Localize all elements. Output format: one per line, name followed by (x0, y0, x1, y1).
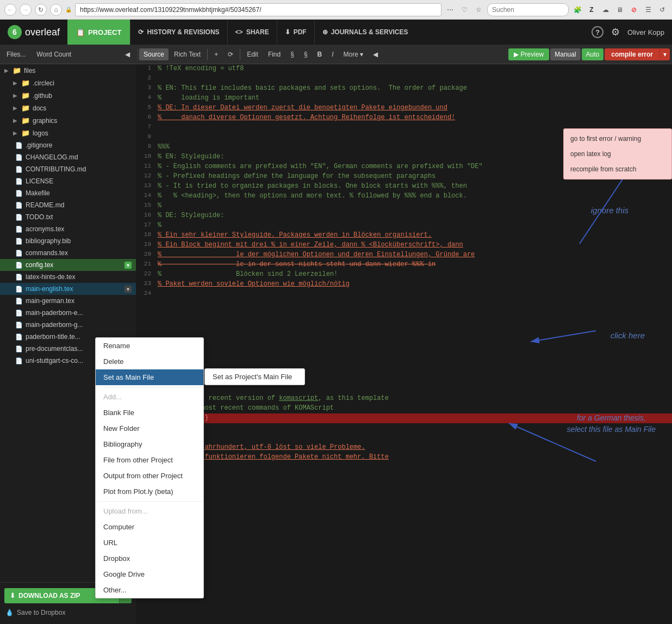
ctx-dropbox[interactable]: Dropbox (96, 551, 203, 566)
find-button[interactable]: Find (264, 48, 285, 60)
ctx-google-drive[interactable]: Google Drive (96, 566, 203, 582)
ctx-computer[interactable]: Computer (96, 519, 203, 535)
sidebar-item-latex-hints[interactable]: 📄 latex-hints-de.tex (0, 271, 136, 283)
settings-button[interactable]: ⚙ (611, 26, 620, 38)
ctx-set-projects-main-file[interactable]: Set as Project's Main File (205, 369, 304, 385)
forward-button[interactable]: → (20, 4, 32, 16)
more-button[interactable]: More ▾ (339, 48, 368, 60)
word-count-button[interactable]: Word Count (32, 48, 76, 60)
home-button[interactable]: ⌂ (50, 4, 62, 16)
ctx-blank-file[interactable]: Blank File (96, 405, 203, 421)
ctx-plot-from-plotly[interactable]: Plot from Plot.ly (beta) (96, 484, 203, 499)
sidebar-item-logos[interactable]: ▶ 📁 logos (0, 127, 136, 139)
sidebar-item-docs[interactable]: ▶ 📁 docs (0, 102, 136, 114)
italic-button[interactable]: I (327, 48, 338, 60)
file-icon: 📄 (15, 154, 23, 161)
app-header: 6 overleaf 📋 PROJECT ⟳ HISTORY & REVISIO… (0, 20, 672, 45)
sidebar-item-changelog[interactable]: 📄 CHANGELOG.md (0, 151, 136, 163)
code-line: 4 % loading is important (136, 94, 672, 103)
ctx-output-from-other[interactable]: Output from other Project (96, 468, 203, 484)
sidebar-item-bibliography[interactable]: 📄 bibliography.bib (0, 235, 136, 247)
ctx-bibliography[interactable]: Bibliography (96, 436, 203, 452)
files-button[interactable]: Files... (2, 48, 30, 60)
search-bar[interactable] (487, 3, 569, 16)
ctx-rename[interactable]: Rename (96, 338, 203, 354)
line-content: % Ein Block beginnt mit drei % in einer … (155, 240, 672, 250)
sidebar-item-commands[interactable]: 📄 commands.tex (0, 247, 136, 259)
ctx-file-from-other[interactable]: File from other Project (96, 452, 203, 468)
address-bar[interactable] (75, 3, 441, 16)
code-line: 35 % ...red for recent version of komasc… (136, 394, 672, 404)
sidebar-item-makefile[interactable]: 📄 Makefile (0, 187, 136, 199)
sidebar-item-todo[interactable]: 📄 TODO.txt (0, 211, 136, 223)
share-label: SHARE (246, 28, 269, 36)
journals-icon: ⊕ (322, 28, 328, 36)
line-content: % le der möglichen Optionen und deren Ei… (155, 250, 672, 260)
sidebar-item-circleci[interactable]: ▶ 📁 .circleci (0, 77, 136, 89)
collapse-sidebar-button[interactable]: ◀ (121, 48, 134, 60)
line-number: 17 (136, 221, 155, 231)
history-editor-button[interactable]: ⟳ (223, 48, 238, 60)
journals-button[interactable]: ⊕ JOURNALS & SERVICES (314, 20, 416, 45)
line-number: 15 (136, 201, 155, 211)
line-number: 23 (136, 280, 155, 289)
ctx-add: Add... (96, 389, 203, 405)
bold-button[interactable]: B (313, 48, 327, 60)
bookmark-icon[interactable]: ♡ (459, 4, 470, 15)
project-button[interactable]: 📋 PROJECT (67, 20, 130, 45)
line-content: % DE: Styleguide: (155, 211, 672, 221)
sidebar-item-github[interactable]: ▶ 📁 .github (0, 89, 136, 102)
sidebar-item-readme[interactable]: 📄 README.md (0, 199, 136, 211)
sidebar-item-gitignore[interactable]: 📄 .gitignore (0, 139, 136, 151)
go-to-first-error-item[interactable]: go to first error / warning (564, 131, 671, 146)
source-button[interactable]: Source (139, 48, 169, 60)
manual-button[interactable]: Manual (550, 48, 580, 60)
folder-icon: 📁 (13, 66, 21, 75)
file-dropdown-icon[interactable]: ▾ (125, 262, 132, 269)
sidebar-item-license[interactable]: 📄 LICENSE (0, 175, 136, 187)
rich-text-button[interactable]: Rich Text (170, 48, 205, 60)
reload-button[interactable]: ↻ (35, 4, 47, 16)
edit-button[interactable]: Edit (242, 48, 263, 60)
file-item-label: logos (33, 129, 132, 137)
add-button[interactable]: + (210, 48, 222, 60)
sidebar-item-main-paderborn-e[interactable]: 📄 main-paderborn-e... (0, 307, 136, 319)
preview-button[interactable]: ▶ Preview (508, 48, 550, 60)
ctx-set-main-file[interactable]: Set as Main File Set as Project's Main F… (96, 369, 203, 385)
ctx-new-folder[interactable]: New Folder (96, 421, 203, 436)
back-button[interactable]: ← (4, 4, 16, 16)
arrow-left-button[interactable]: ◀ (369, 48, 382, 60)
section-button[interactable]: § (286, 48, 298, 60)
recompile-from-scratch-item[interactable]: recompile from scratch (564, 162, 671, 177)
file-dropdown-icon[interactable]: ▾ (125, 286, 132, 293)
compile-dropdown-button[interactable]: ▾ (659, 48, 670, 60)
sidebar-item-main-german[interactable]: 📄 main-german.tex (0, 295, 136, 307)
share-button[interactable]: <> SHARE (227, 20, 277, 45)
section2-button[interactable]: § (300, 48, 312, 60)
compile-error-button[interactable]: compile error (605, 48, 659, 60)
file-item-label: .gitignore (26, 141, 132, 149)
ctx-separator-2 (96, 501, 203, 502)
star-icon[interactable]: ☆ (473, 4, 484, 15)
folder-icon: 📁 (21, 116, 30, 125)
auto-button[interactable]: Auto (582, 48, 604, 60)
sidebar-item-contributing[interactable]: 📄 CONTRIBUTING.md (0, 163, 136, 175)
pdf-button[interactable]: ⬇ PDF (277, 20, 314, 45)
open-latex-log-item[interactable]: open latex log (564, 146, 671, 162)
dropbox-button[interactable]: 💧 Save to Dropbox (4, 607, 132, 619)
line-content: % DE: In dieser Datei werden zuerst die … (155, 103, 672, 113)
sidebar-item-main-english[interactable]: 📄 main-english.tex ▾ (0, 283, 136, 295)
history-button[interactable]: ⟳ HISTORY & REVISIONS (130, 20, 227, 45)
sidebar-item-config[interactable]: 📄 config.tex ▾ (0, 259, 136, 271)
sidebar-item-main-paderborn-g[interactable]: 📄 main-paderborn-g... (0, 319, 136, 331)
ctx-set-main-file-label: Set as Main File (103, 373, 154, 381)
sidebar-item-files[interactable]: ▶ 📁 files (0, 64, 136, 77)
ctx-other[interactable]: Other... (96, 582, 203, 598)
help-button[interactable]: ? (592, 26, 603, 38)
code-line: 21 % le in der sonst nichts steht und da… (136, 260, 672, 270)
ctx-delete[interactable]: Delete (96, 354, 203, 369)
more-icon[interactable]: ⋯ (445, 4, 456, 15)
sidebar-item-acronyms[interactable]: 📄 acronyms.tex (0, 223, 136, 235)
ctx-url[interactable]: URL (96, 535, 203, 551)
sidebar-item-graphics[interactable]: ▶ 📁 graphics (0, 114, 136, 127)
